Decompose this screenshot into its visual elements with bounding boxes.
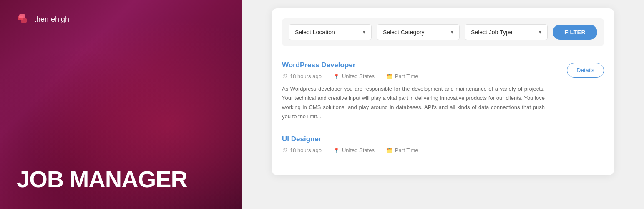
- job-meta: 18 hours ago United States Part Time: [282, 73, 558, 79]
- job-header: WordPress Developer 18 hours ago United …: [282, 61, 604, 121]
- job-time-text: 18 hours ago: [290, 73, 322, 79]
- job-description: As Wordpress developer you are responsib…: [282, 84, 545, 121]
- svg-rect-2: [19, 14, 25, 18]
- job-title[interactable]: UI Designer: [282, 135, 604, 143]
- job-location: United States: [333, 147, 375, 153]
- svg-rect-1: [21, 18, 27, 23]
- job-time: 18 hours ago: [282, 147, 322, 153]
- job-type-select-label: Select Job Type: [471, 29, 512, 36]
- job-time-text: 18 hours ago: [290, 147, 322, 153]
- clock-icon: [282, 147, 287, 153]
- category-select-label: Select Category: [383, 29, 425, 36]
- job-title[interactable]: WordPress Developer: [282, 61, 558, 69]
- job-type-select[interactable]: Select Job Type ▾: [465, 24, 548, 40]
- job-type-chevron-icon: ▾: [539, 29, 541, 35]
- main-card: Select Location ▾ Select Category ▾ Sele…: [272, 8, 614, 175]
- job-meta: 18 hours ago United States Part Time: [282, 147, 604, 153]
- location-icon: [333, 147, 340, 153]
- hero-title: JOB MANAGER: [17, 166, 225, 192]
- location-select-label: Select Location: [295, 29, 335, 36]
- clock-icon: [282, 73, 287, 79]
- logo-area: themehigh: [17, 13, 69, 26]
- location-chevron-icon: ▾: [363, 29, 365, 35]
- location-icon: [333, 73, 340, 79]
- job-location-text: United States: [342, 73, 375, 79]
- job-item: UI Designer 18 hours ago United States: [282, 128, 604, 165]
- job-location-text: United States: [342, 147, 375, 153]
- job-location: United States: [333, 73, 375, 79]
- filter-button[interactable]: FILTER: [553, 25, 597, 40]
- logo-icon: [17, 13, 30, 26]
- job-main: WordPress Developer 18 hours ago United …: [282, 61, 558, 121]
- location-select[interactable]: Select Location ▾: [289, 24, 372, 40]
- job-time: 18 hours ago: [282, 73, 322, 79]
- logo-text: themehigh: [34, 15, 69, 24]
- job-main: UI Designer 18 hours ago United States: [282, 135, 604, 158]
- job-list: WordPress Developer 18 hours ago United …: [282, 54, 604, 165]
- job-type-text: Part Time: [395, 147, 418, 153]
- category-select[interactable]: Select Category ▾: [377, 24, 460, 40]
- filter-bar: Select Location ▾ Select Category ▾ Sele…: [282, 18, 604, 46]
- job-details-button[interactable]: Details: [567, 63, 604, 78]
- job-type: Part Time: [386, 147, 418, 153]
- job-item: WordPress Developer 18 hours ago United …: [282, 54, 604, 128]
- job-header: UI Designer 18 hours ago United States: [282, 135, 604, 158]
- job-type-text: Part Time: [395, 73, 418, 79]
- job-type: Part Time: [386, 73, 418, 79]
- briefcase-icon: [386, 147, 392, 153]
- category-chevron-icon: ▾: [451, 29, 453, 35]
- sidebar: themehigh JOB MANAGER: [0, 0, 242, 209]
- briefcase-icon: [386, 73, 392, 79]
- content-area: Select Location ▾ Select Category ▾ Sele…: [242, 0, 644, 209]
